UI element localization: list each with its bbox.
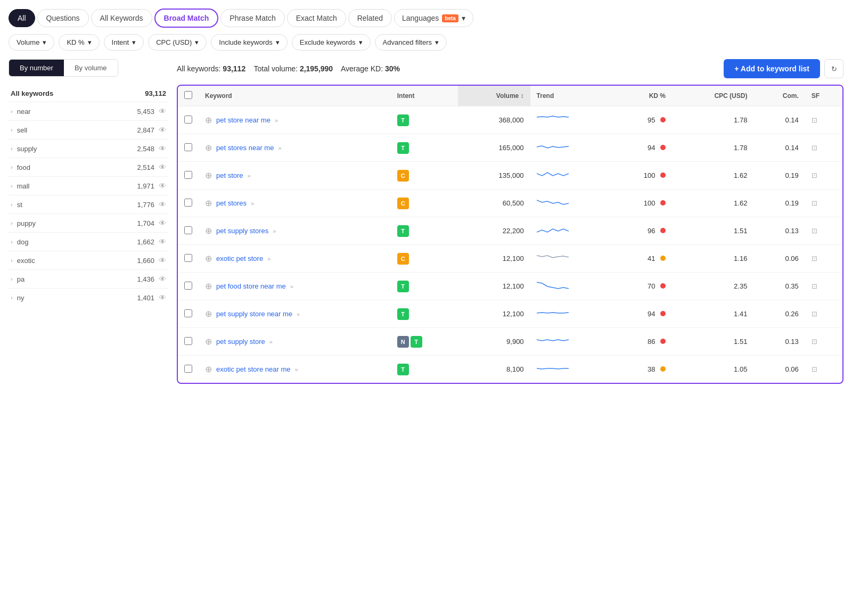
list-item[interactable]: › dog 1,662 👁 — [9, 232, 168, 251]
eye-icon[interactable]: 👁 — [159, 200, 166, 209]
intent-column-header[interactable]: Intent — [391, 86, 458, 106]
kd-column-header[interactable]: KD % — [610, 86, 672, 106]
refresh-button[interactable]: ↻ — [824, 59, 843, 78]
expand-icon[interactable]: » — [294, 366, 298, 373]
tab-phrase-match[interactable]: Phrase Match — [220, 9, 284, 27]
row-checkbox[interactable] — [184, 309, 192, 317]
row-checkbox[interactable] — [184, 143, 192, 151]
sf-column-header[interactable]: SF — [805, 86, 842, 106]
row-checkbox[interactable] — [184, 337, 192, 345]
row-checkbox[interactable] — [184, 226, 192, 234]
row-checkbox[interactable] — [184, 171, 192, 179]
eye-icon[interactable]: 👁 — [159, 126, 166, 134]
list-item[interactable]: › pa 1,436 👁 — [9, 269, 168, 288]
row-checkbox[interactable] — [184, 282, 192, 290]
list-item[interactable]: › near 5,453 👁 — [9, 102, 168, 120]
tab-all-keywords[interactable]: All Keywords — [91, 9, 152, 27]
sf-icon[interactable]: ⊡ — [812, 199, 817, 207]
tab-questions[interactable]: Questions — [37, 9, 89, 27]
add-keyword-icon[interactable]: ⊕ — [205, 336, 212, 347]
keyword-link[interactable]: pet stores — [216, 199, 247, 207]
keyword-link[interactable]: pet store — [216, 171, 243, 179]
add-keyword-icon[interactable]: ⊕ — [205, 170, 212, 180]
expand-icon[interactable]: » — [267, 256, 271, 262]
keyword-link[interactable]: exotic pet store — [216, 254, 263, 262]
add-keyword-icon[interactable]: ⊕ — [205, 226, 212, 236]
eye-icon[interactable]: 👁 — [159, 144, 166, 153]
expand-icon[interactable]: » — [251, 200, 254, 207]
row-checkbox[interactable] — [184, 365, 192, 373]
view-by-volume[interactable]: By volume — [64, 60, 118, 76]
sf-icon[interactable]: ⊡ — [812, 282, 817, 290]
sf-icon[interactable]: ⊡ — [812, 144, 817, 152]
tab-exact-match[interactable]: Exact Match — [287, 9, 346, 27]
sf-icon[interactable]: ⊡ — [812, 227, 817, 235]
keyword-link[interactable]: pet supply stores — [216, 227, 268, 235]
list-item[interactable]: › supply 2,548 👁 — [9, 139, 168, 158]
expand-icon[interactable]: » — [290, 283, 293, 290]
filter-exclude[interactable]: Exclude keywords ▾ — [292, 34, 371, 51]
com-column-header[interactable]: Com. — [753, 86, 805, 106]
expand-icon[interactable]: » — [273, 228, 276, 234]
add-keyword-icon[interactable]: ⊕ — [205, 143, 212, 153]
expand-icon[interactable]: » — [269, 339, 273, 345]
add-keyword-icon[interactable]: ⊕ — [205, 281, 212, 291]
expand-icon[interactable]: » — [275, 117, 278, 124]
filter-cpc[interactable]: CPC (USD) ▾ — [148, 34, 207, 51]
expand-icon[interactable]: » — [297, 311, 300, 317]
add-keyword-icon[interactable]: ⊕ — [205, 198, 212, 208]
sf-icon[interactable]: ⊡ — [812, 338, 817, 346]
filter-intent[interactable]: Intent ▾ — [104, 34, 144, 51]
filter-volume[interactable]: Volume ▾ — [9, 34, 54, 51]
eye-icon[interactable]: 👁 — [159, 107, 166, 116]
list-item[interactable]: › exotic 1,660 👁 — [9, 251, 168, 269]
filter-kd[interactable]: KD % ▾ — [59, 34, 99, 51]
trend-column-header[interactable]: Trend — [530, 86, 610, 106]
volume-column-header[interactable]: Volume ↕ — [458, 86, 530, 106]
row-checkbox[interactable] — [184, 199, 192, 207]
keyword-column-header[interactable]: Keyword — [199, 86, 391, 106]
expand-icon[interactable]: » — [248, 173, 251, 179]
tab-languages[interactable]: Languages beta ▾ — [394, 9, 473, 27]
eye-icon[interactable]: 👁 — [159, 237, 166, 246]
eye-icon[interactable]: 👁 — [159, 219, 166, 227]
sf-icon[interactable]: ⊡ — [812, 254, 817, 262]
view-by-number[interactable]: By number — [9, 60, 64, 76]
keyword-link[interactable]: pet food store near me — [216, 282, 286, 290]
add-keyword-icon[interactable]: ⊕ — [205, 364, 212, 374]
tab-broad-match[interactable]: Broad Match — [154, 9, 219, 28]
sf-icon[interactable]: ⊡ — [812, 116, 817, 124]
add-keyword-icon[interactable]: ⊕ — [205, 309, 212, 319]
keyword-link[interactable]: exotic pet store near me — [216, 365, 290, 373]
eye-icon[interactable]: 👁 — [159, 256, 166, 265]
select-all-checkbox[interactable] — [184, 91, 192, 99]
sf-icon[interactable]: ⊡ — [812, 365, 817, 373]
eye-icon[interactable]: 👁 — [159, 275, 166, 283]
sf-icon[interactable]: ⊡ — [812, 171, 817, 179]
keyword-link[interactable]: pet store near me — [216, 116, 271, 124]
keyword-link[interactable]: pet supply store near me — [216, 310, 292, 318]
list-item[interactable]: › sell 2,847 👁 — [9, 120, 168, 139]
tab-related[interactable]: Related — [348, 9, 392, 27]
row-checkbox[interactable] — [184, 116, 192, 124]
eye-icon[interactable]: 👁 — [159, 182, 166, 190]
list-item[interactable]: › puppy 1,704 👁 — [9, 213, 168, 232]
filter-include[interactable]: Include keywords ▾ — [211, 34, 287, 51]
add-to-keyword-list-button[interactable]: + Add to keyword list — [724, 59, 820, 78]
list-item[interactable]: › mall 1,971 👁 — [9, 176, 168, 195]
eye-icon[interactable]: 👁 — [159, 293, 166, 302]
add-keyword-icon[interactable]: ⊕ — [205, 253, 212, 264]
list-item[interactable]: › food 2,514 👁 — [9, 158, 168, 176]
keyword-link[interactable]: pet supply store — [216, 338, 265, 346]
cpc-column-header[interactable]: CPC (USD) — [672, 86, 753, 106]
row-checkbox[interactable] — [184, 254, 192, 262]
expand-icon[interactable]: » — [278, 145, 281, 151]
sf-icon[interactable]: ⊡ — [812, 310, 817, 318]
eye-icon[interactable]: 👁 — [159, 163, 166, 171]
list-item[interactable]: › st 1,776 👁 — [9, 195, 168, 213]
filter-advanced[interactable]: Advanced filters ▾ — [375, 34, 447, 51]
tab-all[interactable]: All — [9, 9, 35, 27]
list-item[interactable]: › ny 1,401 👁 — [9, 288, 168, 307]
add-keyword-icon[interactable]: ⊕ — [205, 115, 212, 125]
keyword-link[interactable]: pet stores near me — [216, 144, 274, 152]
